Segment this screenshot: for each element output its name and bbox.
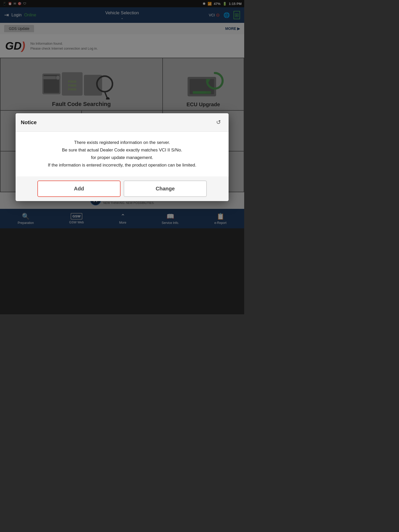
modal-back-button[interactable]: ↺ xyxy=(214,117,223,127)
modal-title: Notice xyxy=(21,119,37,125)
modal-header: Notice ↺ xyxy=(16,113,229,132)
modal-body: There exists registered information on t… xyxy=(16,132,229,176)
add-button[interactable]: Add xyxy=(37,181,121,197)
modal-body-text: There exists registered information on t… xyxy=(23,139,221,169)
notice-modal: Notice ↺ There exists registered informa… xyxy=(16,113,229,201)
change-button[interactable]: Change xyxy=(124,181,207,197)
modal-footer: Add Change xyxy=(16,176,229,201)
modal-overlay: Notice ↺ There exists registered informa… xyxy=(0,0,244,314)
